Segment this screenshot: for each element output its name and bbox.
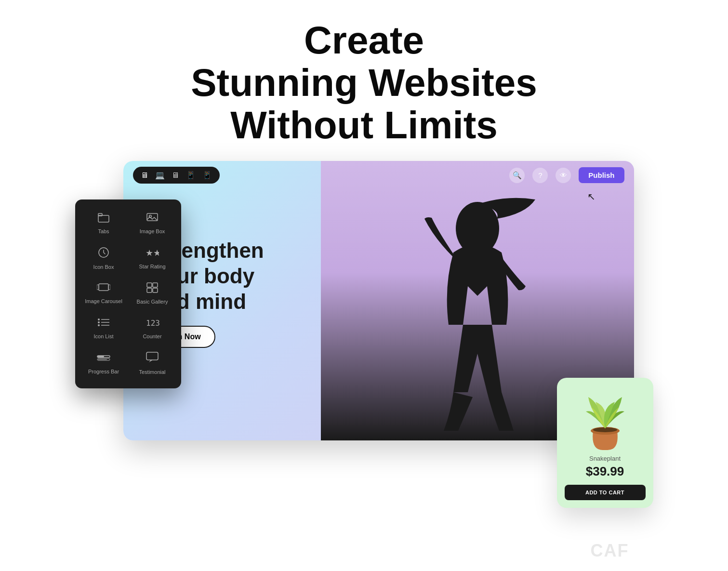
- testimonial-icon: [146, 352, 159, 366]
- svg-rect-1: [98, 215, 109, 222]
- widget-grid: Tabs Image Box: [80, 207, 176, 381]
- desktop-icon[interactable]: 🖥: [141, 171, 148, 180]
- widget-panel: Tabs Image Box: [75, 199, 181, 388]
- svg-rect-7: [99, 284, 108, 291]
- image-box-label: Image Box: [140, 228, 165, 234]
- plant-illustration: [576, 387, 634, 450]
- tabs-label: Tabs: [98, 228, 109, 234]
- widget-image-box[interactable]: Image Box: [129, 207, 176, 240]
- monitor-icon[interactable]: 🖥: [172, 171, 179, 180]
- svg-text:★★★: ★★★: [146, 248, 159, 258]
- icon-box-label: Icon Box: [93, 264, 114, 270]
- svg-point-16: [98, 321, 100, 323]
- cursor-icon: ↖: [587, 191, 596, 202]
- svg-point-14: [98, 319, 100, 320]
- image-box-icon: [146, 213, 158, 226]
- counter-icon: 123|: [145, 317, 159, 331]
- product-price: $39.99: [586, 464, 624, 479]
- laptop-icon[interactable]: 💻: [155, 171, 165, 180]
- widget-tabs[interactable]: Tabs: [80, 207, 128, 240]
- tabs-icon: [98, 213, 109, 226]
- progress-bar-icon: [97, 352, 110, 366]
- heading-line1: Create: [304, 19, 424, 62]
- add-to-cart-button[interactable]: ADD TO CART: [565, 485, 646, 500]
- svg-rect-24: [97, 359, 107, 360]
- counter-label: Counter: [143, 333, 161, 339]
- search-icon-btn[interactable]: 🔍: [509, 168, 525, 183]
- icon-box-icon: [98, 247, 109, 261]
- basic-gallery-icon: [146, 282, 158, 296]
- hero-heading: Create Stunning Websites Without Limits: [191, 19, 537, 146]
- svg-rect-2: [98, 213, 102, 216]
- svg-rect-11: [153, 283, 158, 287]
- widget-progress-bar[interactable]: Progress Bar: [80, 346, 128, 381]
- product-card: Snakeplant $39.99 ADD TO CART: [557, 378, 653, 508]
- preview-icon-btn[interactable]: 👁: [556, 168, 571, 183]
- caf-label: CAF: [591, 541, 629, 561]
- editor-topbar: 🖥 💻 🖥 📱 📱 🔍 ? 👁 Publish: [123, 167, 634, 184]
- progress-bar-label: Progress Bar: [88, 369, 119, 374]
- svg-point-18: [98, 324, 100, 326]
- widget-counter[interactable]: 123| Counter: [129, 311, 176, 345]
- mobile-icon[interactable]: 📱: [202, 171, 212, 180]
- svg-rect-22: [97, 356, 104, 358]
- help-icon-btn[interactable]: ?: [532, 168, 548, 183]
- product-name: Snakeplant: [589, 455, 621, 462]
- svg-rect-10: [147, 283, 152, 287]
- widget-icon-box[interactable]: Icon Box: [80, 241, 128, 276]
- widget-icon-list[interactable]: Icon List: [80, 311, 128, 345]
- svg-rect-25: [146, 352, 158, 360]
- svg-text:123|: 123|: [146, 319, 159, 328]
- device-switcher[interactable]: 🖥 💻 🖥 📱 📱: [133, 167, 220, 184]
- widget-basic-gallery[interactable]: Basic Gallery: [129, 277, 176, 310]
- ui-container: 🖥 💻 🖥 📱 📱 🔍 ? 👁 Publish ↖ Strengthen you…: [75, 161, 653, 522]
- icon-list-icon: [97, 317, 110, 331]
- tablet-icon[interactable]: 📱: [186, 171, 196, 180]
- testimonial-label: Testimonial: [139, 369, 165, 375]
- svg-rect-13: [153, 288, 158, 292]
- heading-line3: Without Limits: [230, 104, 498, 146]
- widget-testimonial[interactable]: Testimonial: [129, 346, 176, 381]
- widget-star-rating[interactable]: ★★★ Star Rating: [129, 241, 176, 276]
- icon-list-label: Icon List: [94, 333, 114, 339]
- star-rating-label: Star Rating: [139, 264, 165, 269]
- basic-gallery-label: Basic Gallery: [137, 299, 168, 305]
- topbar-right: 🔍 ? 👁 Publish: [509, 167, 624, 183]
- image-carousel-label: Image Carousel: [85, 298, 122, 304]
- star-rating-icon: ★★★: [146, 247, 159, 261]
- image-carousel-icon: [97, 283, 110, 295]
- svg-rect-12: [147, 288, 152, 292]
- publish-button[interactable]: Publish: [579, 167, 624, 183]
- widget-image-carousel[interactable]: Image Carousel: [80, 277, 128, 310]
- heading-line2: Stunning Websites: [191, 61, 537, 104]
